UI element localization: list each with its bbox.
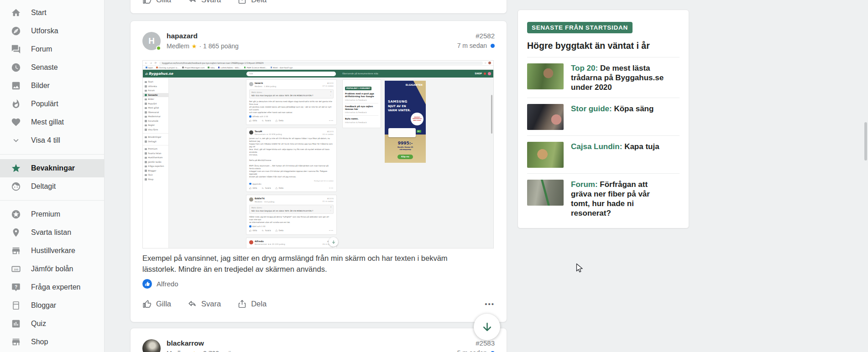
mini-like-badge-icon [249,225,251,228]
star-icon: ★ [192,43,197,50]
post-number[interactable]: #2582 [457,32,495,40]
unread-dot-icon [491,44,495,48]
mini-sidebar-item: Shop [143,177,168,182]
latest-item[interactable]: Top 20: De mest lästa trådarna på Byggah… [527,57,680,98]
reply-button[interactable]: Svara [188,299,221,309]
sidebar-item-label: Shop [31,338,48,346]
mini-quote-box: Mats skrev: När ska man begripa att en d… [249,205,334,214]
member-role: Medlem [167,42,189,50]
share-button[interactable]: Dela [237,0,267,5]
latest-item-title: Kapa tuja [624,142,659,151]
mini-post-author: lanaris [255,82,276,84]
scroll-down-button[interactable] [474,314,500,340]
sidebar-item-bloggar[interactable]: Bloggar [0,296,104,315]
latest-item-title: Köpa säng [614,104,654,113]
sidebar-item-bilder[interactable]: Bilder [0,77,104,95]
like-button[interactable]: Gilla [142,299,171,309]
post-number[interactable]: #2583 [457,339,495,347]
latest-from-startpage-card: SENASTE FRÅN STARTSIDAN Högre byggtakt ä… [518,10,689,228]
favicon-icon [182,67,184,68]
quote-up-icon: ↑ [330,91,332,93]
sidebar-item-label: Svarta listan [31,228,71,237]
sidebar-item-visa-4-till[interactable]: Visa 4 till [0,131,104,150]
sidebar-item-utforska[interactable]: Utforska [0,22,104,40]
quote-up-icon: ↑ [330,206,332,208]
post-likes[interactable]: Alfredo [142,279,178,289]
mini-sidebar-item: Fråga experten [143,164,168,169]
mini-post-card: lanaris Medlem · 1 856 poäng #2372 37 m … [246,79,337,125]
forum-icon [11,44,21,54]
sidebar-item-jamfor-bolan[interactable]: Jämför bolån [0,260,104,278]
sidebar-item-start[interactable]: Start [0,4,104,22]
online-indicator [156,46,161,51]
sidebar-item-premium[interactable]: Premium [0,205,104,223]
post-author[interactable]: blackarrow [167,339,239,347]
latest-item[interactable]: Stor guide: Köpa säng [527,98,680,136]
sidebar-item-populart[interactable]: Populärt [0,95,104,113]
more-options-button[interactable]: ••• [485,300,495,308]
member-points: · 1 865 poäng [199,42,238,50]
mini-sidebar-item: Visa färre [143,128,168,132]
sidebar-item-label: Quiz [31,320,46,328]
reply-button[interactable]: Svara [188,0,221,5]
mini-post-author: TeroM [255,130,282,133]
share-button[interactable]: Dela [237,299,267,309]
pin-icon [11,228,21,238]
mini-post-card: TeroM Renoverare ★ 20 978 poäng #2373 34… [246,128,337,192]
sidebar-item-mest-gillat[interactable]: Mest gillat [0,113,104,131]
latest-item-lead: Top 20: [571,64,598,72]
post-author[interactable]: hapazard [167,32,239,40]
mini-site-logo: ⌂Byggahus.se [145,72,173,76]
mini-bookmark: ProjectManager.com [182,67,204,69]
sidebar-divider [0,200,104,201]
avatar[interactable] [142,339,161,352]
reply-icon [261,229,264,232]
sidebar-item-quiz[interactable]: Quiz [0,315,104,333]
latest-item-lead: Forum: [571,180,598,189]
mini-avatar [249,130,253,135]
sidebar-item-deltagit[interactable]: Deltagit [0,177,104,196]
favicon-icon [156,67,158,68]
mini-browser-url-bar: ← → ⟳ byggahus.se/forum/threads/feedback… [143,61,493,66]
quote-expand-icon: ˅ [330,210,332,212]
post-image[interactable]: ← → ⟳ byggahus.se/forum/threads/feedback… [142,60,494,248]
sidebar-item-svarta-listan[interactable]: Svarta listan [0,223,104,242]
page-scrollbar[interactable] [864,122,867,160]
mini-popular-item: Feedback på nya sajten lämnas här Inform… [345,104,378,116]
post-header: H hapazard Medlem ★ · 1 865 poäng #2582 … [142,32,495,50]
liked-by[interactable]: Alfredo [157,280,178,288]
sidebar-item-hustillverkare[interactable]: Hustillverkare [0,242,104,260]
heart-icon [11,117,21,127]
share-icon [237,299,247,309]
share-icon [237,0,247,5]
share-icon [275,229,278,232]
sidebar-item-forum[interactable]: Forum [0,40,104,58]
post-card-next: blackarrow Medlem ★ · 2 700 poäng #2583 … [130,328,507,352]
mini-sidebar-item: Mest gillat [143,106,168,110]
latest-item-thumbnail [527,142,564,168]
sidebar-item-senaste[interactable]: Senaste [0,58,104,77]
face-icon [11,181,21,192]
mini-popular-item: Byta namn. Information & Feedback [345,116,378,125]
sidebar-item-bevakningar[interactable]: Bevakningar [0,159,104,177]
mini-quote-box: Mats skrev: När ska man begripa att en d… [249,89,334,98]
mini-shop-link: SHOP [475,72,482,75]
sidebar-item-label: Bilder [31,82,50,90]
latest-item[interactable]: Cajsa Lundin: Kapa tuja [527,136,680,174]
mini-avatar [249,240,253,244]
member-role: Medlem [167,350,189,352]
avatar[interactable]: H [142,32,161,50]
flame-icon [11,99,21,109]
home-icon [11,8,21,18]
latest-headline[interactable]: Högre byggtakt än väntat i år [527,41,680,51]
like-button[interactable]: Gilla [142,0,171,5]
sidebar-item-shop[interactable]: Shop [0,333,104,351]
thumb-up-icon [142,299,152,309]
sidebar-item-fraga-experten[interactable]: Fråga experten [0,278,104,296]
mini-bookmark: tabu [208,67,214,69]
mini-ad-product: Nordic Home 25 värmepump [385,146,426,150]
mini-bookmark: LaTeX/Tables - Wiki... [218,67,241,69]
latest-item[interactable]: Forum: Förfrågan att gräva ner fiber på … [527,174,680,223]
sidebar-item-label: Hustillverkare [31,247,75,255]
mini-sidebar-item: Deltagit [143,140,168,144]
